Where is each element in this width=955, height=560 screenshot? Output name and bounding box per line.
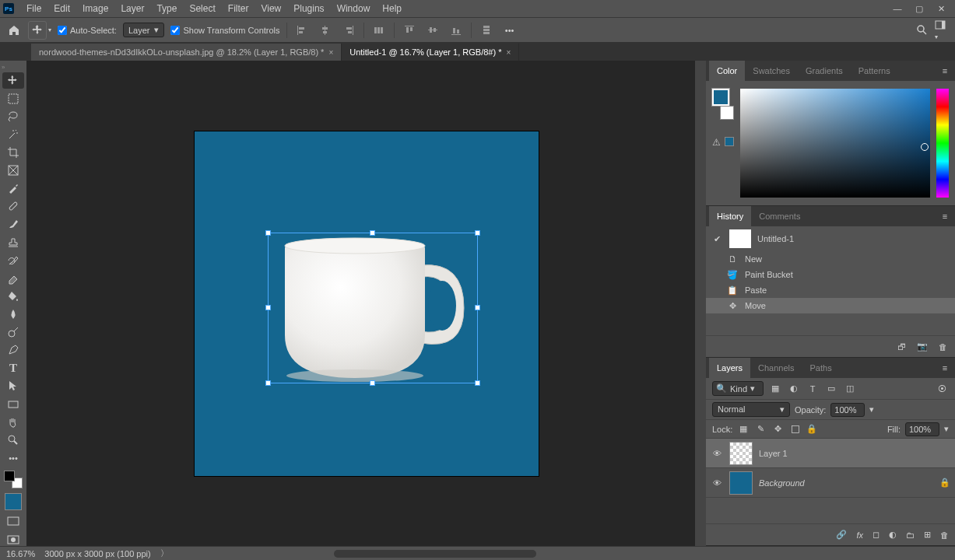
menu-image[interactable]: Image xyxy=(76,3,114,14)
canvas-area[interactable] xyxy=(26,61,706,546)
pen-tool[interactable] xyxy=(2,342,24,359)
tab-gradients[interactable]: Gradients xyxy=(798,61,851,81)
create-document-from-state-button[interactable]: 🗗 xyxy=(897,342,906,352)
canvas[interactable] xyxy=(195,131,539,476)
distribute-v-button[interactable] xyxy=(478,22,495,39)
panel-menu-button[interactable]: ≡ xyxy=(938,66,952,75)
frame-tool[interactable] xyxy=(2,163,24,179)
scrollbar-vertical[interactable] xyxy=(695,61,706,546)
transform-box[interactable] xyxy=(268,233,478,383)
shape-tool[interactable] xyxy=(2,396,24,412)
handle-mr[interactable] xyxy=(475,305,480,310)
lock-all-button[interactable]: 🔒 xyxy=(806,424,818,434)
align-top-button[interactable] xyxy=(401,22,418,39)
blur-tool[interactable] xyxy=(2,306,24,322)
snapshot-button[interactable]: 📷 xyxy=(917,341,928,352)
layer-name[interactable]: Background xyxy=(759,478,805,488)
home-button[interactable] xyxy=(6,23,22,37)
fill-input[interactable]: 100% xyxy=(905,422,939,436)
history-item-paintbucket[interactable]: 🪣 Paint Bucket xyxy=(706,267,955,282)
align-right-button[interactable] xyxy=(340,22,357,39)
auto-select-target[interactable]: Layer ▾ xyxy=(123,23,165,37)
close-button[interactable]: ✕ xyxy=(930,1,952,16)
lasso-tool[interactable] xyxy=(2,108,24,124)
history-brush-tool[interactable] xyxy=(2,252,24,268)
history-item-paste[interactable]: 📋 Paste xyxy=(706,282,955,298)
eyedropper-tool[interactable] xyxy=(2,180,24,197)
fg-color-swatch[interactable] xyxy=(712,89,729,106)
align-bottom-button[interactable] xyxy=(448,22,465,39)
layer-thumb[interactable] xyxy=(729,442,753,465)
hand-tool[interactable] xyxy=(2,414,24,430)
tab-comments[interactable]: Comments xyxy=(751,206,808,226)
document-tab-active[interactable]: Untitled-1 @ 16.7% (Layer 1, RGB/8#) * × xyxy=(342,44,519,61)
link-layers-button[interactable]: 🔗 xyxy=(836,530,847,540)
handle-tl[interactable] xyxy=(265,230,271,236)
visibility-toggle[interactable]: 👁 xyxy=(711,449,723,458)
color-field[interactable] xyxy=(740,89,930,198)
auto-select-input[interactable] xyxy=(58,26,67,35)
handle-bm[interactable] xyxy=(370,380,375,386)
chevron-down-icon[interactable]: ▾ xyxy=(869,404,874,415)
menu-select[interactable]: Select xyxy=(183,3,221,14)
panel-menu-button[interactable]: ≡ xyxy=(938,212,952,221)
zoom-level[interactable]: 16.67% xyxy=(6,549,35,558)
menu-edit[interactable]: Edit xyxy=(47,3,76,14)
layer-row-background[interactable]: 👁 Background 🔒 xyxy=(706,468,955,498)
marquee-tool[interactable] xyxy=(2,90,24,107)
lock-transparency-button[interactable]: ▦ xyxy=(737,424,750,434)
search-button[interactable] xyxy=(916,24,929,37)
layer-name[interactable]: Layer 1 xyxy=(759,449,788,458)
align-left-button[interactable] xyxy=(293,22,311,39)
distribute-h-button[interactable] xyxy=(370,22,388,39)
handle-tr[interactable] xyxy=(475,230,480,236)
close-tab-icon[interactable]: × xyxy=(328,48,333,57)
lock-pixels-button[interactable]: ✎ xyxy=(754,424,767,434)
layer-mask-button[interactable]: ◻ xyxy=(872,530,880,540)
menu-view[interactable]: View xyxy=(255,3,287,14)
collapse-tools[interactable]: » xyxy=(2,64,5,71)
filter-pixel-button[interactable]: ▦ xyxy=(768,383,782,394)
visibility-toggle[interactable]: 👁 xyxy=(711,478,723,488)
filter-smart-button[interactable]: ◫ xyxy=(843,383,857,394)
history-item-new[interactable]: 🗋 New xyxy=(706,251,955,267)
healing-tool[interactable] xyxy=(2,198,24,215)
menu-filter[interactable]: Filter xyxy=(222,3,255,14)
close-tab-icon[interactable]: × xyxy=(506,48,511,57)
workspace-switcher[interactable]: ▾ xyxy=(935,20,949,40)
doc-info-chevron[interactable]: 〉 xyxy=(160,548,169,559)
bg-color-swatch[interactable] xyxy=(720,106,734,120)
gradient-tool[interactable] xyxy=(2,288,24,304)
handle-bl[interactable] xyxy=(265,380,271,386)
move-tool[interactable] xyxy=(2,72,24,89)
tab-channels[interactable]: Channels xyxy=(750,358,802,378)
new-layer-button[interactable]: ⊞ xyxy=(924,530,931,540)
tab-color[interactable]: Color xyxy=(709,61,745,81)
document-tab[interactable]: nordwood-themes-nDd3dIkkOLo-unsplash.jpg… xyxy=(31,44,342,61)
screen-mode-button[interactable] xyxy=(4,515,23,528)
handle-ml[interactable] xyxy=(265,305,271,310)
lock-position-button[interactable]: ✥ xyxy=(771,424,784,434)
crop-tool[interactable] xyxy=(2,144,24,160)
lock-artboard-button[interactable]: 🞎 xyxy=(788,425,801,434)
scrollbar-horizontal[interactable] xyxy=(334,550,536,558)
gamut-warning-icon[interactable]: ⚠ xyxy=(712,137,721,148)
tab-history[interactable]: History xyxy=(709,206,751,226)
dodge-tool[interactable] xyxy=(2,324,24,341)
group-button[interactable]: 🗀 xyxy=(906,530,915,540)
layer-style-button[interactable]: fx xyxy=(856,530,863,540)
fg-swatch-mini[interactable] xyxy=(4,471,15,481)
menu-layer[interactable]: Layer xyxy=(114,3,150,14)
fg-bg-swatches[interactable] xyxy=(712,89,734,120)
foreground-color-swatch[interactable] xyxy=(5,493,22,509)
minimize-button[interactable]: — xyxy=(887,1,908,16)
menu-window[interactable]: Window xyxy=(331,3,377,14)
blend-mode-select[interactable]: Normal ▾ xyxy=(712,402,790,417)
delete-state-button[interactable]: 🗑 xyxy=(939,342,947,352)
history-snapshot[interactable]: ✔ Untitled-1 xyxy=(706,226,955,251)
tab-layers[interactable]: Layers xyxy=(709,358,750,378)
doc-info[interactable]: 3000 px x 3000 px (100 ppi) xyxy=(44,549,150,558)
tab-swatches[interactable]: Swatches xyxy=(745,61,798,81)
opacity-input[interactable]: 100% xyxy=(830,403,865,417)
menu-file[interactable]: File xyxy=(20,3,47,14)
